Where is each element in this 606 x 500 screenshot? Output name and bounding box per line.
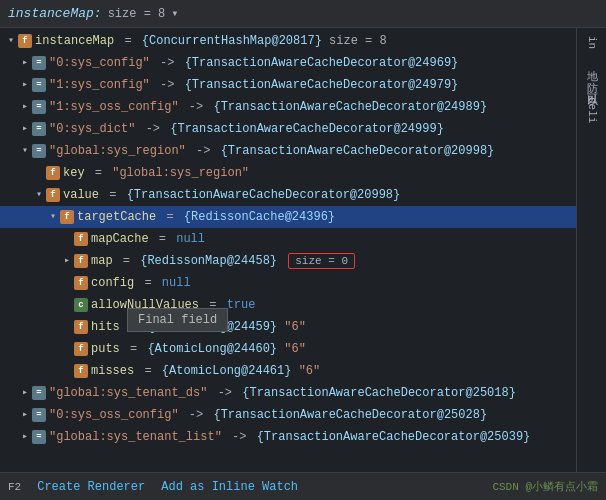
top-bar-title: instanceMap: bbox=[8, 6, 102, 21]
row-text: config = null bbox=[91, 276, 191, 290]
tree-row[interactable]: = "0:sys_dict" -> {TransactionAwareCache… bbox=[0, 118, 576, 140]
tree-row[interactable]: = "global:sys_tenant_ds" -> {Transaction… bbox=[0, 382, 576, 404]
tree-row[interactable]: c allowNullValues = true bbox=[0, 294, 576, 316]
field-icon: f bbox=[74, 342, 88, 356]
expand-arrow[interactable] bbox=[18, 144, 32, 158]
expand-arrow[interactable] bbox=[18, 430, 32, 444]
row-text: targetCache = {RedissonCache@24396} bbox=[77, 210, 335, 224]
row-text: "global:sys_region" -> {TransactionAware… bbox=[49, 144, 494, 158]
credit-text: CSDN @小鳞有点小霜 bbox=[492, 479, 598, 494]
row-text: mapCache = null bbox=[91, 232, 205, 246]
expand-arrow bbox=[60, 298, 74, 312]
tooltip: Final field bbox=[127, 308, 228, 332]
right-text-in: in bbox=[584, 32, 600, 53]
right-panel: in 地 防 可以 deli bbox=[576, 28, 606, 472]
right-text-di: 地 bbox=[582, 57, 601, 65]
map-icon: = bbox=[32, 78, 46, 92]
tooltip-text: Final field bbox=[138, 313, 217, 327]
row-text: puts = {AtomicLong@24460} "6" bbox=[91, 342, 306, 356]
add-inline-watch-button[interactable]: Add as Inline Watch bbox=[161, 480, 298, 494]
row-text: map = {RedissonMap@24458} size = 0 bbox=[91, 253, 355, 269]
field-icon: f bbox=[74, 364, 88, 378]
field-icon: f bbox=[74, 320, 88, 334]
expand-arrow bbox=[60, 276, 74, 290]
expand-arrow[interactable] bbox=[18, 408, 32, 422]
right-text-fang: 防 bbox=[582, 69, 601, 77]
size-badge: size = 0 bbox=[288, 253, 355, 269]
field-icon: f bbox=[74, 254, 88, 268]
expand-arrow[interactable] bbox=[18, 78, 32, 92]
field-icon: f bbox=[60, 210, 74, 224]
expand-arrow[interactable] bbox=[18, 122, 32, 136]
top-bar: instanceMap: size = 8 ▾ bbox=[0, 0, 606, 28]
field-icon: f bbox=[18, 34, 32, 48]
field-icon: f bbox=[74, 232, 88, 246]
tree-panel: f instanceMap = {ConcurrentHashMap@20817… bbox=[0, 28, 576, 472]
right-text-deli: deli bbox=[584, 93, 600, 127]
expand-arrow bbox=[60, 320, 74, 334]
map-icon: = bbox=[32, 100, 46, 114]
tree-row[interactable]: f misses = {AtomicLong@24461} "6" bbox=[0, 360, 576, 382]
tree-row[interactable]: f value = {TransactionAwareCacheDecorato… bbox=[0, 184, 576, 206]
tree-row[interactable]: f hits = {AtomicLong@24459} "6" bbox=[0, 316, 576, 338]
row-text: "0:sys_config" -> {TransactionAwareCache… bbox=[49, 56, 458, 70]
row-text: key = "global:sys_region" bbox=[63, 166, 249, 180]
row-text: "0:sys_dict" -> {TransactionAwareCacheDe… bbox=[49, 122, 444, 136]
expand-arrow bbox=[60, 364, 74, 378]
tree-row[interactable]: = "1:sys_config" -> {TransactionAwareCac… bbox=[0, 74, 576, 96]
row-text: instanceMap = {ConcurrentHashMap@20817} … bbox=[35, 34, 387, 48]
expand-arrow[interactable] bbox=[46, 210, 60, 224]
tree-row[interactable]: = "0:sys_config" -> {TransactionAwareCac… bbox=[0, 52, 576, 74]
expand-arrow bbox=[32, 166, 46, 180]
tree-row[interactable]: f puts = {AtomicLong@24460} "6" bbox=[0, 338, 576, 360]
create-renderer-button[interactable]: Create Renderer bbox=[37, 480, 145, 494]
map-icon: = bbox=[32, 430, 46, 444]
map-icon: = bbox=[32, 122, 46, 136]
f2-label: F2 bbox=[8, 481, 21, 493]
expand-arrow[interactable] bbox=[60, 254, 74, 268]
top-bar-sep: size = 8 bbox=[108, 7, 166, 21]
row-text: "global:sys_tenant_list" -> {Transaction… bbox=[49, 430, 530, 444]
tree-row[interactable]: f mapCache = null bbox=[0, 228, 576, 250]
expand-arrow bbox=[60, 342, 74, 356]
row-text: "global:sys_tenant_ds" -> {TransactionAw… bbox=[49, 386, 516, 400]
tree-row[interactable]: f config = null bbox=[0, 272, 576, 294]
tree-row[interactable]: = "global:sys_region" -> {TransactionAwa… bbox=[0, 140, 576, 162]
row-text: "1:sys_oss_config" -> {TransactionAwareC… bbox=[49, 100, 487, 114]
main-content: f instanceMap = {ConcurrentHashMap@20817… bbox=[0, 28, 606, 472]
expand-arrow[interactable] bbox=[18, 56, 32, 70]
map-icon: = bbox=[32, 56, 46, 70]
map-icon: = bbox=[32, 408, 46, 422]
top-bar-dropdown-icon[interactable]: ▾ bbox=[171, 6, 178, 21]
tree-row[interactable]: = "1:sys_oss_config" -> {TransactionAwar… bbox=[0, 96, 576, 118]
expand-arrow[interactable] bbox=[18, 100, 32, 114]
tree-row[interactable]: = "0:sys_oss_config" -> {TransactionAwar… bbox=[0, 404, 576, 426]
field-icon: f bbox=[46, 166, 60, 180]
row-text: misses = {AtomicLong@24461} "6" bbox=[91, 364, 320, 378]
row-text: "0:sys_oss_config" -> {TransactionAwareC… bbox=[49, 408, 487, 422]
row-text: value = {TransactionAwareCacheDecorator@… bbox=[63, 188, 400, 202]
tree-row[interactable]: f key = "global:sys_region" bbox=[0, 162, 576, 184]
field-icon: f bbox=[74, 276, 88, 290]
right-text-keyi: 可以 bbox=[582, 81, 601, 89]
map-icon: = bbox=[32, 386, 46, 400]
tree-row[interactable]: = "global:sys_tenant_list" -> {Transacti… bbox=[0, 426, 576, 448]
expand-arrow[interactable] bbox=[4, 34, 18, 48]
expand-arrow[interactable] bbox=[18, 386, 32, 400]
class-icon: c bbox=[74, 298, 88, 312]
tree-row-selected[interactable]: f targetCache = {RedissonCache@24396} bbox=[0, 206, 576, 228]
map-icon: = bbox=[32, 144, 46, 158]
tree-row[interactable]: f instanceMap = {ConcurrentHashMap@20817… bbox=[0, 30, 576, 52]
tree-row[interactable]: f map = {RedissonMap@24458} size = 0 bbox=[0, 250, 576, 272]
bottom-bar: F2 Create Renderer Add as Inline Watch C… bbox=[0, 472, 606, 500]
expand-arrow[interactable] bbox=[32, 188, 46, 202]
row-text: "1:sys_config" -> {TransactionAwareCache… bbox=[49, 78, 458, 92]
field-icon: f bbox=[46, 188, 60, 202]
expand-arrow bbox=[60, 232, 74, 246]
